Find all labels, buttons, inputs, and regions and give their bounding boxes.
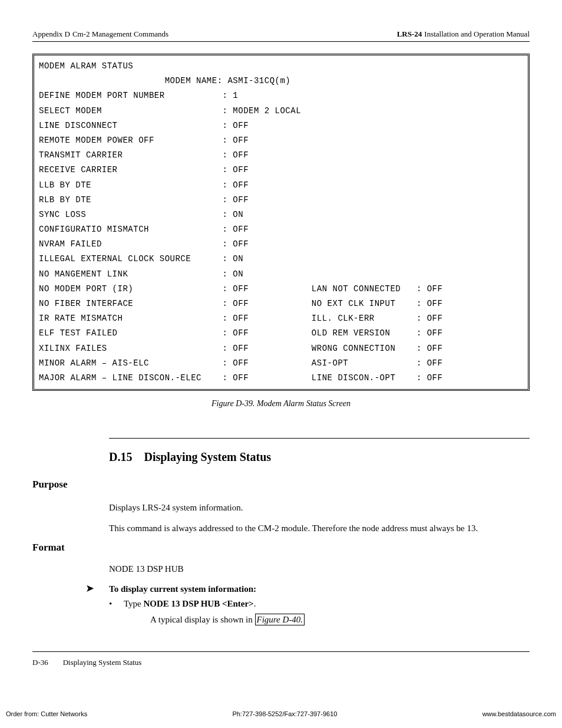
format-command: NODE 13 DSP HUB bbox=[109, 564, 530, 574]
page-header: Appendix D Cm-2 Management Commands LRS-… bbox=[32, 29, 530, 42]
appendix-label: Appendix D bbox=[32, 29, 70, 39]
vendor-center: Ph:727-398-5252/Fax:727-397-9610 bbox=[232, 710, 337, 717]
section-rule bbox=[109, 438, 530, 439]
vendor-footer: Order from: Cutter Networks Ph:727-398-5… bbox=[0, 710, 562, 717]
terminal-screen: MODEM ALRAM STATUS MODEM NAME: ASMI-31CQ… bbox=[32, 54, 530, 391]
bullet-prefix: Type bbox=[124, 599, 144, 608]
typical-display-line: A typical display is shown in Figure D-4… bbox=[150, 615, 530, 625]
appendix-title: Cm-2 Management Commands bbox=[72, 29, 168, 39]
section-number: D.15 bbox=[109, 450, 132, 463]
figure-reference-link[interactable]: Figure D-40. bbox=[255, 614, 305, 625]
bullet-cmd: NODE 13 DSP HUB <Enter> bbox=[144, 599, 254, 608]
procedure-line: ➤ To display current system information: bbox=[85, 583, 530, 594]
arrow-icon: ➤ bbox=[85, 583, 109, 594]
vendor-left: Order from: Cutter Networks bbox=[6, 710, 87, 717]
typical-prefix: A typical display is shown in bbox=[150, 615, 255, 624]
product-name: LRS-24 bbox=[397, 29, 422, 39]
bullet-text: Type NODE 13 DSP HUB <Enter>. bbox=[124, 599, 256, 609]
footer-rule bbox=[32, 651, 530, 652]
purpose-p1: Displays LRS-24 system information. bbox=[109, 501, 530, 515]
manual-name: Installation and Operation Manual bbox=[424, 29, 530, 39]
page-number: D-36 bbox=[32, 658, 48, 667]
page-footer: D-36 Displaying System Status bbox=[32, 658, 530, 667]
procedure-text: To display current system information: bbox=[109, 584, 256, 594]
bullet-suffix: . bbox=[254, 599, 256, 608]
section-title: Displaying System Status bbox=[144, 450, 271, 463]
figure-caption: Figure D-39. Modem Alarm Status Screen bbox=[32, 399, 530, 409]
vendor-right: www.bestdatasource.com bbox=[482, 710, 556, 717]
section-heading: D.15 Displaying System Status bbox=[109, 450, 530, 464]
bullet-line: • Type NODE 13 DSP HUB <Enter>. bbox=[109, 599, 530, 609]
purpose-heading: Purpose bbox=[32, 479, 530, 490]
format-heading: Format bbox=[32, 542, 530, 554]
purpose-p2: This command is always addressed to the … bbox=[109, 522, 530, 535]
bullet-icon: • bbox=[109, 599, 124, 609]
footer-title: Displaying System Status bbox=[63, 658, 142, 667]
